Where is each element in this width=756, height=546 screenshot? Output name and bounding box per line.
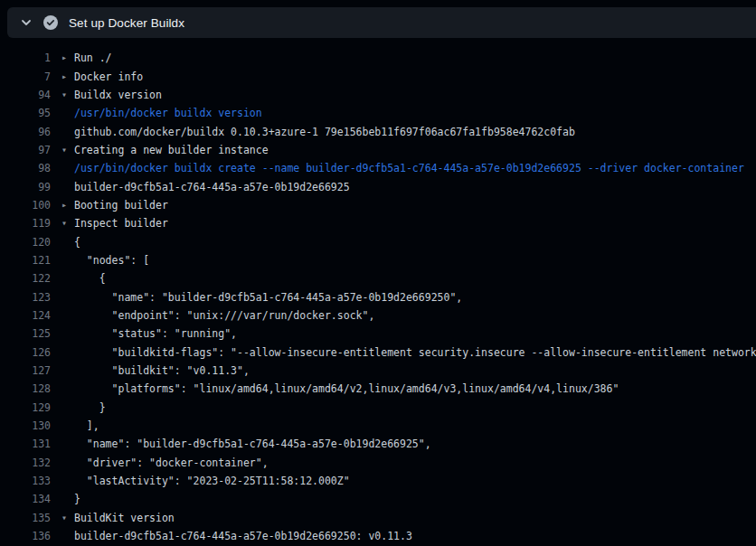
line-number[interactable]: 129 [0,401,51,414]
line-number[interactable]: 121 [0,254,51,267]
output-text: "status": "running", [74,327,237,340]
log-line-row: 127 "buildkit": "v0.11.3", [0,362,756,380]
line-number[interactable]: 133 [0,475,51,487]
step-title: Set up Docker Buildx [69,16,184,30]
line-number[interactable]: 131 [0,438,51,450]
group-title: Docker info [74,71,143,83]
line-number[interactable]: 95 [0,107,51,119]
output-text: "buildkit": "v0.11.3", [74,364,250,377]
line-number[interactable]: 126 [0,346,51,359]
chevron-down-icon[interactable] [20,16,33,29]
log-group-row[interactable]: 1▸Run ./ [0,49,756,67]
log-line-row: 131 "name": "builder-d9cfb5a1-c764-445a-… [0,435,756,453]
group-title: Creating a new builder instance [74,144,269,156]
log-line-row: 99builder-d9cfb5a1-c764-445a-a57e-0b19d2… [0,177,756,195]
output-text: "endpoint": "unix:///var/run/docker.sock… [74,309,374,322]
group-title: Booting builder [74,199,168,212]
command-text: /usr/bin/docker buildx create --name bui… [74,162,744,174]
log-group-row[interactable]: 97▾Creating a new builder instance [0,141,756,159]
group-title: Inspect builder [74,217,168,230]
line-number[interactable]: 136 [0,530,51,542]
group-expanded-icon[interactable]: ▾ [61,513,74,522]
output-text: "buildkitd-flags": "--allow-insecure-ent… [74,346,756,359]
log-line-row: 123 "name": "builder-d9cfb5a1-c764-445a-… [0,287,756,306]
group-collapsed-icon[interactable]: ▸ [61,72,74,81]
log-viewer: 1▸Run ./7▸Docker info94▾Buildx version95… [0,38,756,546]
group-title: Buildx version [74,89,162,101]
line-number[interactable]: 125 [0,327,51,340]
group-title: BuildKit version [74,512,175,524]
line-number[interactable]: 120 [0,236,51,249]
output-text: "lastActivity": "2023-02-25T11:58:12.000… [74,475,350,487]
line-number[interactable]: 96 [0,126,51,138]
log-line-row: 121 "nodes": [ [0,251,756,269]
output-text: "name": "builder-d9cfb5a1-c764-445a-a57e… [74,438,431,450]
log-group-row[interactable]: 100▸Booting builder [0,196,756,214]
line-number[interactable]: 119 [0,217,51,230]
output-text: ], [74,419,99,432]
log-line-row: 126 "buildkitd-flags": "--allow-insecure… [0,344,756,362]
log-line-row: 98/usr/bin/docker buildx create --name b… [0,159,756,177]
output-text: builder-d9cfb5a1-c764-445a-a57e-0b19d2e6… [74,530,412,542]
output-text: "name": "builder-d9cfb5a1-c764-445a-a57e… [74,291,462,304]
line-number[interactable]: 123 [0,291,51,304]
log-line-row: 122 { [0,269,756,287]
output-text: { [74,272,106,285]
line-number[interactable]: 100 [0,199,51,212]
group-collapsed-icon[interactable]: ▸ [61,53,74,62]
line-number[interactable]: 127 [0,364,51,377]
line-number[interactable]: 1 [0,52,51,64]
log-line-row: 134} [0,490,756,508]
output-text: github.com/docker/buildx 0.10.3+azure-1 … [74,126,575,138]
log-group-row[interactable]: 94▾Buildx version [0,86,756,104]
line-number[interactable]: 122 [0,272,51,285]
log-line-row: 96github.com/docker/buildx 0.10.3+azure-… [0,122,756,140]
output-text: builder-d9cfb5a1-c764-445a-a57e-0b19d2e6… [74,181,350,193]
line-number[interactable]: 128 [0,382,51,395]
log-line-row: 95/usr/bin/docker buildx version [0,104,756,122]
check-circle-icon [43,15,58,30]
line-number[interactable]: 135 [0,512,51,524]
line-number[interactable]: 134 [0,493,51,505]
group-title: Run ./ [74,52,112,64]
line-number[interactable]: 132 [0,457,51,469]
line-number[interactable]: 97 [0,144,51,156]
output-text: } [74,493,80,505]
output-text: { [74,236,80,249]
group-expanded-icon[interactable]: ▾ [61,90,74,99]
group-expanded-icon[interactable]: ▾ [61,219,74,228]
group-expanded-icon[interactable]: ▾ [61,146,74,155]
step-header[interactable]: Set up Docker Buildx [7,7,756,38]
log-line-row: 133 "lastActivity": "2023-02-25T11:58:12… [0,472,756,490]
line-number[interactable]: 124 [0,309,51,322]
line-number[interactable]: 94 [0,89,51,101]
line-number[interactable]: 98 [0,162,51,174]
log-line-row: 125 "status": "running", [0,325,756,343]
output-text: "nodes": [ [74,254,149,267]
log-line-row: 132 "driver": "docker-container", [0,454,756,472]
log-line-row: 130 ], [0,417,756,435]
log-line-row: 124 "endpoint": "unix:///var/run/docker.… [0,306,756,325]
command-text: /usr/bin/docker buildx version [74,107,262,119]
output-text: "driver": "docker-container", [74,457,269,469]
log-group-row[interactable]: 119▾Inspect builder [0,214,756,232]
output-text: "platforms": "linux/amd64,linux/amd64/v2… [74,382,619,395]
log-line-row: 128 "platforms": "linux/amd64,linux/amd6… [0,380,756,398]
log-line-row: 136builder-d9cfb5a1-c764-445a-a57e-0b19d… [0,527,756,545]
line-number[interactable]: 7 [0,71,51,83]
log-lines: 1▸Run ./7▸Docker info94▾Buildx version95… [0,49,756,545]
line-number[interactable]: 99 [0,181,51,193]
log-line-row: 120{ [0,232,756,250]
log-line-row: 129 } [0,399,756,417]
group-collapsed-icon[interactable]: ▸ [61,201,74,210]
output-text: } [74,401,106,414]
line-number[interactable]: 130 [0,419,51,432]
log-group-row[interactable]: 135▾BuildKit version [0,509,756,527]
log-group-row[interactable]: 7▸Docker info [0,67,756,85]
